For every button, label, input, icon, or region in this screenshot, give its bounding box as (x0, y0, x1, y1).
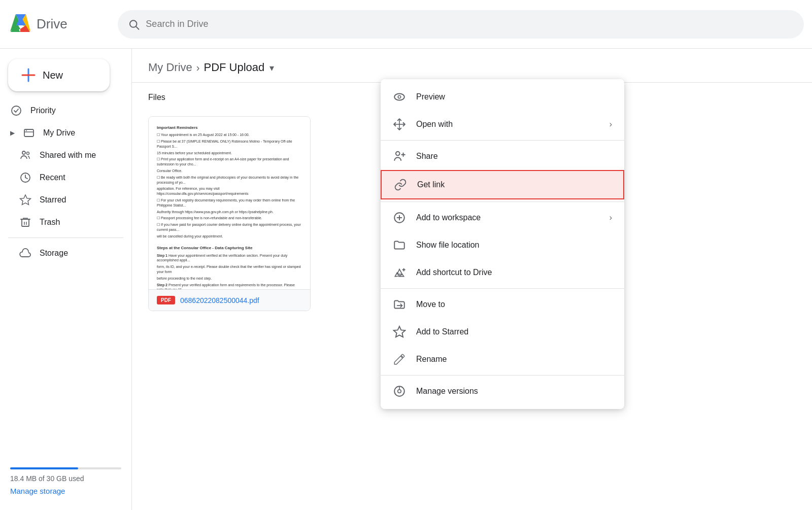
breadcrumb-separator: › (196, 62, 200, 74)
svg-point-16 (27, 152, 29, 155)
menu-add-workspace-label: Add to workspace (416, 213, 599, 222)
menu-divider-1 (381, 140, 624, 141)
sidebar-item-shared-label: Shared with me (40, 151, 96, 160)
menu-divider-3 (381, 288, 624, 289)
sidebar-item-recent[interactable]: Recent (0, 166, 123, 189)
pencil-icon (393, 353, 406, 366)
menu-item-add-shortcut[interactable]: Add shortcut to Drive (381, 259, 624, 286)
cloud-icon (19, 247, 31, 259)
context-menu: Preview Open with › (381, 79, 624, 409)
sidebar-item-starred-label: Starred (40, 195, 66, 205)
clock-icon (19, 172, 31, 184)
menu-item-show-location[interactable]: Show file location (381, 231, 624, 259)
menu-divider-2 (381, 201, 624, 202)
search-icon (128, 18, 140, 30)
menu-item-add-workspace[interactable]: Add to workspace › (381, 204, 624, 231)
svg-point-14 (26, 130, 27, 131)
menu-manage-versions-label: Manage versions (416, 387, 612, 396)
plus-square-icon (393, 211, 406, 224)
storage-section: 18.4 MB of 30 GB used Manage storage (0, 459, 131, 504)
svg-point-27 (396, 152, 400, 156)
content-area: My Drive › PDF Upload ▾ Files Important … (132, 49, 812, 510)
sidebar: New Priority ▶ My Drive (0, 49, 132, 510)
sidebar-item-trash[interactable]: Trash (0, 211, 123, 233)
pdf-badge: PDF (157, 296, 175, 304)
menu-item-share[interactable]: Share (381, 143, 624, 170)
folder-icon (393, 239, 406, 252)
main-layout: New Priority ▶ My Drive (0, 49, 812, 510)
storage-bar (10, 467, 121, 469)
sidebar-item-recent-label: Recent (40, 173, 65, 182)
storage-used-text: 18.4 MB of 30 GB used (10, 474, 121, 483)
logo-area: Drive (8, 12, 110, 37)
trash-icon (19, 216, 31, 228)
breadcrumb-root[interactable]: My Drive (148, 61, 192, 74)
menu-rename-label: Rename (416, 355, 612, 364)
menu-item-move-to[interactable]: Move to (381, 291, 624, 318)
new-button[interactable]: New (8, 59, 110, 91)
drive-add-icon (393, 266, 406, 279)
svg-marker-18 (20, 195, 31, 205)
menu-item-preview[interactable]: Preview (381, 83, 624, 111)
menu-add-shortcut-label: Add shortcut to Drive (416, 268, 612, 277)
svg-line-8 (136, 26, 139, 29)
sidebar-item-priority-label: Priority (30, 106, 56, 115)
file-info: PDF 06862022082500044.pdf (149, 289, 310, 311)
menu-preview-label: Preview (416, 92, 612, 101)
app-title: Drive (37, 16, 67, 32)
svg-point-38 (398, 390, 401, 393)
star-icon (19, 194, 31, 206)
menu-item-manage-versions[interactable]: Manage versions (381, 378, 624, 405)
sidebar-item-trash-label: Trash (40, 218, 60, 227)
svg-point-23 (398, 95, 400, 98)
menu-item-get-link[interactable]: Get link (381, 170, 624, 199)
move-arrows-icon (393, 118, 406, 131)
menu-move-to-label: Move to (416, 300, 612, 309)
breadcrumb-dropdown-icon[interactable]: ▾ (269, 63, 274, 73)
people-icon (19, 149, 31, 161)
person-add-icon (393, 150, 406, 163)
search-bar[interactable] (118, 10, 804, 39)
sidebar-item-storage-label: Storage (40, 249, 68, 258)
menu-item-rename[interactable]: Rename (381, 346, 624, 373)
sidebar-item-starred[interactable]: Starred (0, 189, 123, 211)
menu-get-link-label: Get link (417, 180, 611, 189)
file-card[interactable]: Important Reminders ☐ Your appointment i… (148, 116, 311, 311)
pdf-preview-content: Important Reminders ☐ Your appointment i… (157, 125, 302, 289)
menu-share-label: Share (416, 152, 612, 161)
storage-bar-fill (10, 467, 78, 469)
sidebar-item-my-drive[interactable]: ▶ My Drive (0, 122, 123, 144)
svg-marker-36 (394, 326, 405, 337)
move-folder-icon (393, 298, 406, 311)
header: Drive (0, 0, 812, 49)
plus-icon (20, 67, 37, 83)
menu-add-starred-label: Add to Starred (416, 327, 612, 336)
eye-icon (393, 90, 406, 104)
versions-icon (393, 385, 406, 398)
svg-point-15 (22, 151, 25, 154)
new-button-label: New (43, 70, 63, 81)
menu-item-add-starred[interactable]: Add to Starred (381, 318, 624, 346)
add-workspace-arrow-icon: › (610, 213, 612, 222)
drive-icon (23, 127, 35, 139)
svg-rect-19 (22, 219, 29, 226)
search-input[interactable] (146, 19, 794, 29)
link-icon (394, 178, 407, 191)
sidebar-item-priority[interactable]: Priority (0, 99, 123, 122)
svg-rect-12 (24, 129, 33, 137)
check-circle-icon (10, 105, 22, 117)
sidebar-item-my-drive-label: My Drive (43, 128, 75, 138)
file-preview: Important Reminders ☐ Your appointment i… (149, 117, 310, 289)
sidebar-item-shared[interactable]: Shared with me (0, 144, 123, 166)
nav-divider (8, 237, 123, 238)
menu-item-open-with[interactable]: Open with › (381, 111, 624, 138)
open-with-arrow-icon: › (610, 120, 612, 129)
breadcrumb: My Drive › PDF Upload ▾ (132, 49, 812, 83)
menu-show-location-label: Show file location (416, 241, 612, 250)
drive-logo-icon (8, 12, 32, 37)
sidebar-item-storage[interactable]: Storage (0, 242, 123, 264)
breadcrumb-current[interactable]: PDF Upload ▾ (204, 61, 274, 74)
menu-open-with-label: Open with (416, 120, 599, 129)
manage-storage-link[interactable]: Manage storage (10, 487, 65, 495)
menu-divider-4 (381, 375, 624, 376)
